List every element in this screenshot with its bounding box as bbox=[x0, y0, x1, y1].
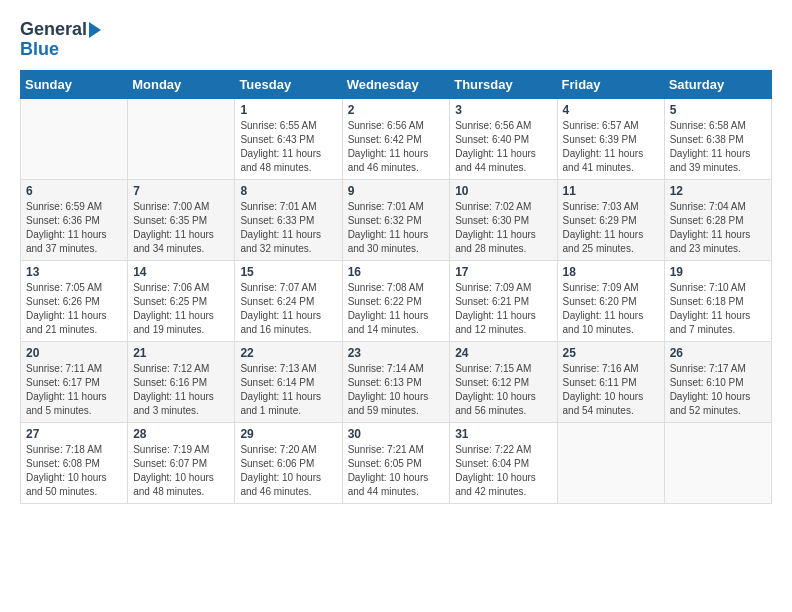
day-number: 4 bbox=[563, 103, 659, 117]
day-number: 22 bbox=[240, 346, 336, 360]
day-number: 26 bbox=[670, 346, 766, 360]
calendar-cell: 3Sunrise: 6:56 AM Sunset: 6:40 PM Daylig… bbox=[450, 98, 557, 179]
day-number: 17 bbox=[455, 265, 551, 279]
weekday-header-friday: Friday bbox=[557, 70, 664, 98]
logo-arrow-icon bbox=[89, 22, 101, 38]
day-number: 11 bbox=[563, 184, 659, 198]
day-info: Sunrise: 7:09 AM Sunset: 6:21 PM Dayligh… bbox=[455, 281, 551, 337]
day-number: 12 bbox=[670, 184, 766, 198]
day-info: Sunrise: 7:01 AM Sunset: 6:33 PM Dayligh… bbox=[240, 200, 336, 256]
weekday-header-saturday: Saturday bbox=[664, 70, 771, 98]
calendar-cell: 26Sunrise: 7:17 AM Sunset: 6:10 PM Dayli… bbox=[664, 341, 771, 422]
weekday-header-wednesday: Wednesday bbox=[342, 70, 450, 98]
calendar-week-row: 6Sunrise: 6:59 AM Sunset: 6:36 PM Daylig… bbox=[21, 179, 772, 260]
day-info: Sunrise: 7:14 AM Sunset: 6:13 PM Dayligh… bbox=[348, 362, 445, 418]
day-info: Sunrise: 7:05 AM Sunset: 6:26 PM Dayligh… bbox=[26, 281, 122, 337]
day-info: Sunrise: 7:22 AM Sunset: 6:04 PM Dayligh… bbox=[455, 443, 551, 499]
weekday-header-monday: Monday bbox=[128, 70, 235, 98]
day-number: 19 bbox=[670, 265, 766, 279]
day-info: Sunrise: 7:08 AM Sunset: 6:22 PM Dayligh… bbox=[348, 281, 445, 337]
day-number: 18 bbox=[563, 265, 659, 279]
day-info: Sunrise: 7:02 AM Sunset: 6:30 PM Dayligh… bbox=[455, 200, 551, 256]
calendar-cell: 6Sunrise: 6:59 AM Sunset: 6:36 PM Daylig… bbox=[21, 179, 128, 260]
calendar-cell: 9Sunrise: 7:01 AM Sunset: 6:32 PM Daylig… bbox=[342, 179, 450, 260]
day-number: 27 bbox=[26, 427, 122, 441]
calendar-cell bbox=[557, 422, 664, 503]
day-number: 20 bbox=[26, 346, 122, 360]
day-number: 13 bbox=[26, 265, 122, 279]
day-number: 15 bbox=[240, 265, 336, 279]
day-info: Sunrise: 7:00 AM Sunset: 6:35 PM Dayligh… bbox=[133, 200, 229, 256]
day-info: Sunrise: 7:13 AM Sunset: 6:14 PM Dayligh… bbox=[240, 362, 336, 418]
calendar-cell: 14Sunrise: 7:06 AM Sunset: 6:25 PM Dayli… bbox=[128, 260, 235, 341]
calendar-cell: 25Sunrise: 7:16 AM Sunset: 6:11 PM Dayli… bbox=[557, 341, 664, 422]
calendar-cell: 16Sunrise: 7:08 AM Sunset: 6:22 PM Dayli… bbox=[342, 260, 450, 341]
calendar-cell: 27Sunrise: 7:18 AM Sunset: 6:08 PM Dayli… bbox=[21, 422, 128, 503]
calendar-cell bbox=[664, 422, 771, 503]
day-info: Sunrise: 7:03 AM Sunset: 6:29 PM Dayligh… bbox=[563, 200, 659, 256]
day-info: Sunrise: 6:57 AM Sunset: 6:39 PM Dayligh… bbox=[563, 119, 659, 175]
day-info: Sunrise: 7:16 AM Sunset: 6:11 PM Dayligh… bbox=[563, 362, 659, 418]
day-info: Sunrise: 6:56 AM Sunset: 6:40 PM Dayligh… bbox=[455, 119, 551, 175]
day-number: 3 bbox=[455, 103, 551, 117]
calendar-cell: 20Sunrise: 7:11 AM Sunset: 6:17 PM Dayli… bbox=[21, 341, 128, 422]
day-number: 16 bbox=[348, 265, 445, 279]
day-info: Sunrise: 7:06 AM Sunset: 6:25 PM Dayligh… bbox=[133, 281, 229, 337]
weekday-header-sunday: Sunday bbox=[21, 70, 128, 98]
day-info: Sunrise: 7:20 AM Sunset: 6:06 PM Dayligh… bbox=[240, 443, 336, 499]
calendar-cell: 15Sunrise: 7:07 AM Sunset: 6:24 PM Dayli… bbox=[235, 260, 342, 341]
day-number: 1 bbox=[240, 103, 336, 117]
day-number: 10 bbox=[455, 184, 551, 198]
calendar-cell: 21Sunrise: 7:12 AM Sunset: 6:16 PM Dayli… bbox=[128, 341, 235, 422]
day-number: 23 bbox=[348, 346, 445, 360]
calendar-cell: 23Sunrise: 7:14 AM Sunset: 6:13 PM Dayli… bbox=[342, 341, 450, 422]
day-number: 28 bbox=[133, 427, 229, 441]
page-header: General Blue bbox=[20, 20, 772, 60]
day-info: Sunrise: 7:01 AM Sunset: 6:32 PM Dayligh… bbox=[348, 200, 445, 256]
calendar-cell: 2Sunrise: 6:56 AM Sunset: 6:42 PM Daylig… bbox=[342, 98, 450, 179]
calendar-cell: 8Sunrise: 7:01 AM Sunset: 6:33 PM Daylig… bbox=[235, 179, 342, 260]
day-info: Sunrise: 7:19 AM Sunset: 6:07 PM Dayligh… bbox=[133, 443, 229, 499]
calendar-cell: 30Sunrise: 7:21 AM Sunset: 6:05 PM Dayli… bbox=[342, 422, 450, 503]
day-info: Sunrise: 7:10 AM Sunset: 6:18 PM Dayligh… bbox=[670, 281, 766, 337]
day-number: 29 bbox=[240, 427, 336, 441]
logo-text-blue: Blue bbox=[20, 40, 59, 60]
calendar-table: SundayMondayTuesdayWednesdayThursdayFrid… bbox=[20, 70, 772, 504]
calendar-cell: 28Sunrise: 7:19 AM Sunset: 6:07 PM Dayli… bbox=[128, 422, 235, 503]
calendar-cell: 12Sunrise: 7:04 AM Sunset: 6:28 PM Dayli… bbox=[664, 179, 771, 260]
calendar-cell: 24Sunrise: 7:15 AM Sunset: 6:12 PM Dayli… bbox=[450, 341, 557, 422]
calendar-cell: 1Sunrise: 6:55 AM Sunset: 6:43 PM Daylig… bbox=[235, 98, 342, 179]
day-number: 21 bbox=[133, 346, 229, 360]
day-info: Sunrise: 7:11 AM Sunset: 6:17 PM Dayligh… bbox=[26, 362, 122, 418]
weekday-header-tuesday: Tuesday bbox=[235, 70, 342, 98]
day-info: Sunrise: 7:09 AM Sunset: 6:20 PM Dayligh… bbox=[563, 281, 659, 337]
day-info: Sunrise: 7:07 AM Sunset: 6:24 PM Dayligh… bbox=[240, 281, 336, 337]
day-info: Sunrise: 6:55 AM Sunset: 6:43 PM Dayligh… bbox=[240, 119, 336, 175]
day-info: Sunrise: 6:56 AM Sunset: 6:42 PM Dayligh… bbox=[348, 119, 445, 175]
calendar-cell: 22Sunrise: 7:13 AM Sunset: 6:14 PM Dayli… bbox=[235, 341, 342, 422]
day-number: 5 bbox=[670, 103, 766, 117]
day-info: Sunrise: 6:58 AM Sunset: 6:38 PM Dayligh… bbox=[670, 119, 766, 175]
calendar-cell: 4Sunrise: 6:57 AM Sunset: 6:39 PM Daylig… bbox=[557, 98, 664, 179]
calendar-week-row: 20Sunrise: 7:11 AM Sunset: 6:17 PM Dayli… bbox=[21, 341, 772, 422]
calendar-cell: 31Sunrise: 7:22 AM Sunset: 6:04 PM Dayli… bbox=[450, 422, 557, 503]
day-info: Sunrise: 7:21 AM Sunset: 6:05 PM Dayligh… bbox=[348, 443, 445, 499]
day-number: 6 bbox=[26, 184, 122, 198]
day-info: Sunrise: 7:12 AM Sunset: 6:16 PM Dayligh… bbox=[133, 362, 229, 418]
day-number: 2 bbox=[348, 103, 445, 117]
calendar-week-row: 1Sunrise: 6:55 AM Sunset: 6:43 PM Daylig… bbox=[21, 98, 772, 179]
day-number: 30 bbox=[348, 427, 445, 441]
calendar-cell: 7Sunrise: 7:00 AM Sunset: 6:35 PM Daylig… bbox=[128, 179, 235, 260]
logo-text-general: General bbox=[20, 20, 87, 40]
logo: General Blue bbox=[20, 20, 101, 60]
day-number: 31 bbox=[455, 427, 551, 441]
calendar-week-row: 13Sunrise: 7:05 AM Sunset: 6:26 PM Dayli… bbox=[21, 260, 772, 341]
day-info: Sunrise: 7:15 AM Sunset: 6:12 PM Dayligh… bbox=[455, 362, 551, 418]
calendar-cell: 11Sunrise: 7:03 AM Sunset: 6:29 PM Dayli… bbox=[557, 179, 664, 260]
weekday-header-thursday: Thursday bbox=[450, 70, 557, 98]
weekday-header-row: SundayMondayTuesdayWednesdayThursdayFrid… bbox=[21, 70, 772, 98]
calendar-cell bbox=[21, 98, 128, 179]
day-number: 25 bbox=[563, 346, 659, 360]
calendar-cell bbox=[128, 98, 235, 179]
calendar-cell: 5Sunrise: 6:58 AM Sunset: 6:38 PM Daylig… bbox=[664, 98, 771, 179]
